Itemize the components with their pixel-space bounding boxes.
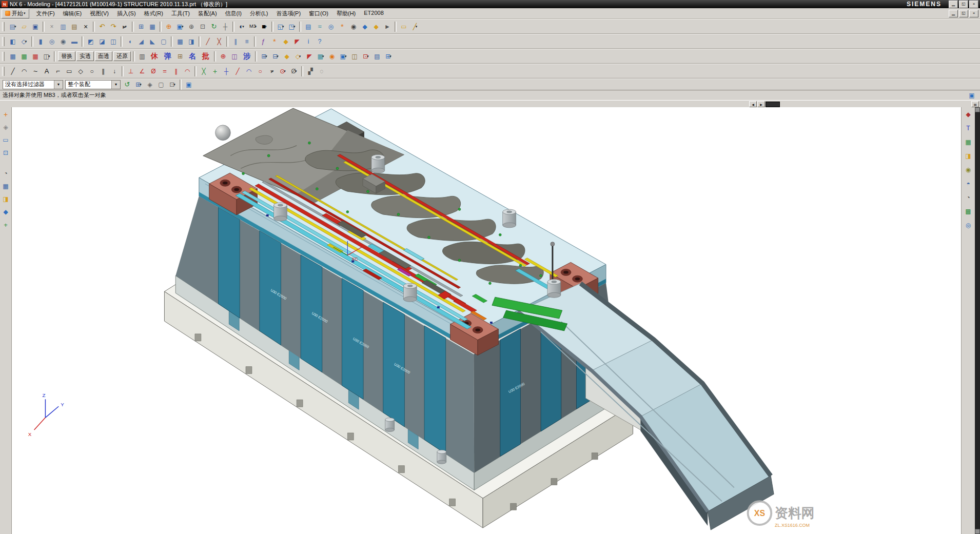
minimize-button[interactable]: ▁ (949, 1, 958, 8)
history-tab-icon[interactable]: ◔ (964, 193, 973, 202)
orange-dot-icon[interactable]: ◉ (326, 51, 338, 62)
pan-icon[interactable]: ┼ (220, 21, 231, 32)
measure-ruler-icon[interactable]: ▭ (398, 21, 409, 32)
boss-icon[interactable]: ▬ (69, 36, 80, 47)
load-options-icon[interactable]: ⊞▾ (259, 51, 270, 62)
face-transparent-button[interactable]: 面透 (95, 51, 112, 61)
teal-grid-icon[interactable]: ▦▾ (315, 51, 326, 62)
hole-icon[interactable]: ◉ (57, 36, 69, 47)
subtract-icon[interactable]: ◪ (96, 36, 108, 47)
unload-icon[interactable]: ⊟▾ (270, 51, 281, 62)
snapshot-icon[interactable]: ▣ (183, 79, 194, 90)
polygon-icon[interactable]: ◇ (75, 66, 86, 77)
fit-view-icon[interactable]: ⊡ (197, 21, 208, 32)
check-table-icon[interactable]: ▦ (30, 51, 41, 62)
hatch-icon[interactable]: ▞ (305, 66, 316, 77)
intersect-icon[interactable]: ◫ (108, 36, 119, 47)
interference-button[interactable]: 涉 (241, 51, 253, 62)
selection-scope-combo[interactable]: 整个装配▼ (65, 80, 121, 89)
menu-information[interactable]: 信息(I) (221, 9, 246, 18)
scroll-left-button[interactable]: ◀ (749, 101, 757, 107)
horizontal-scrollbar[interactable]: ◀ ▶ ▤ (0, 100, 980, 107)
vertical-scrollbar[interactable] (975, 107, 980, 534)
part-navigator-tab-icon[interactable]: T (964, 124, 973, 133)
red-circle-icon[interactable]: ○ (254, 66, 266, 77)
red-line-icon[interactable]: ╱ (232, 66, 243, 77)
help-icon[interactable]: ? (314, 36, 325, 47)
menu-edit[interactable]: 编辑(E) (59, 9, 86, 18)
lock-layers-icon[interactable]: ◆ (370, 21, 382, 32)
maximize-button[interactable]: ◱ (959, 1, 968, 8)
angle-constraint-icon[interactable]: ∠ (136, 66, 148, 77)
blue-cross-icon[interactable]: ┼ (221, 66, 232, 77)
history-icon[interactable]: ◔ (1, 169, 10, 178)
menu-format[interactable]: 格式(R) (140, 9, 167, 18)
mdi-minimize-button[interactable]: ▁ (949, 10, 958, 17)
zoom-icon[interactable]: ⊕ (186, 21, 197, 32)
selection-ball-icon[interactable]: ◎ (325, 21, 337, 32)
refresh-view-icon[interactable]: ↻ (208, 21, 220, 32)
grid-box-icon[interactable]: ⊞ (174, 51, 186, 62)
dia-icon[interactable]: Ø▾ (288, 66, 300, 77)
red-target-icon[interactable]: ⊕ (218, 51, 229, 62)
wave2-icon[interactable]: ◇▾ (292, 51, 304, 62)
hd3d-tab-icon[interactable]: ◉ (964, 165, 973, 174)
clip-monitor-icon[interactable]: ▣ (966, 90, 977, 101)
rectangle-icon[interactable]: ▭ (64, 66, 75, 77)
scroll-up-button[interactable] (975, 107, 980, 112)
scroll-down-button[interactable] (975, 529, 980, 534)
green-cross-icon[interactable]: ╳ (198, 66, 209, 77)
expression-icon[interactable]: ƒ (258, 36, 269, 47)
surface-icon[interactable]: ≈ (314, 21, 325, 32)
select-arrow-icon[interactable]: ► (382, 21, 393, 32)
menu-et2008[interactable]: ET2008 (360, 9, 388, 18)
half-shade-icon[interactable]: ◑▾ (266, 66, 277, 77)
sketch-pencil-icon[interactable]: ╱▾ (409, 21, 421, 32)
start-menu-button[interactable]: 开始 ▾ (2, 9, 29, 18)
color-palette-icon[interactable]: ◨ (1, 194, 10, 204)
nav-box-icon[interactable]: ⊡ (1, 148, 10, 157)
trim-body-icon[interactable]: ╱ (202, 36, 213, 47)
close-button[interactable]: × (969, 1, 978, 8)
blue-arc-icon[interactable]: ◠ (243, 66, 254, 77)
perpendicular-constraint-icon[interactable]: ⊥ (125, 66, 136, 77)
customize-icon[interactable]: * (337, 21, 348, 32)
roles-tab-icon[interactable]: ◎ (964, 221, 973, 230)
mdi-restore-button[interactable]: ◱ (959, 10, 968, 17)
blue-plus-icon[interactable]: ⊞▾ (383, 51, 394, 62)
menu-window[interactable]: 窗口(O) (305, 9, 332, 18)
sketch-icon[interactable]: ◧ (7, 36, 18, 47)
project-curve-icon[interactable]: ↓ (109, 66, 120, 77)
snap-point-menu-icon[interactable]: ⊞▾ (133, 79, 144, 90)
point-icon[interactable]: ⊙▾ (277, 66, 288, 77)
assembly-navigator-tab-icon[interactable]: ▦ (964, 137, 973, 147)
name-button[interactable]: 名 (186, 51, 199, 62)
spring-button[interactable]: 弹 (162, 51, 174, 62)
favorites-icon[interactable]: ◆ (1, 207, 10, 216)
mirror-feature-icon[interactable]: ◨ (186, 36, 197, 47)
parallel-constraint-icon[interactable]: ∥ (170, 66, 182, 77)
batch-button[interactable]: 批 (200, 51, 212, 62)
new-window-icon[interactable]: ◱▾ (275, 21, 286, 32)
redo-icon[interactable]: ↷ (108, 21, 119, 32)
display-window-icon[interactable]: ▣▾ (174, 21, 186, 32)
menu-insert[interactable]: 插入(S) (113, 9, 140, 18)
cue-toggle-button[interactable]: ▤ (971, 101, 979, 107)
edge-blend-icon[interactable]: ◖ (124, 36, 135, 47)
flag-red-icon[interactable]: ◤ (304, 51, 315, 62)
offset-surface-icon[interactable]: ∥ (230, 36, 241, 47)
materials-tab-icon[interactable]: ▩ (964, 207, 973, 216)
tile-window-icon[interactable]: ◳▾ (286, 21, 298, 32)
line-icon[interactable]: ╱ (7, 66, 18, 77)
rectangle-select-icon[interactable]: ⊡▾ (167, 79, 178, 90)
display-mode-icon[interactable]: ▥ (136, 51, 148, 62)
info-icon[interactable]: i (303, 36, 314, 47)
diameter-constraint-icon[interactable]: Ø (148, 66, 159, 77)
spline-icon[interactable]: ~ (30, 66, 41, 77)
dialog-clip-icon[interactable]: + (1, 110, 10, 119)
menu-help[interactable]: 帮助(H) (332, 9, 360, 18)
brown-window-icon[interactable]: ◫ (349, 51, 360, 62)
background-icon[interactable]: ■▾ (259, 21, 270, 32)
chamfer-icon[interactable]: ◢ (135, 36, 147, 47)
purple-window-icon[interactable]: ◫ (229, 51, 240, 62)
